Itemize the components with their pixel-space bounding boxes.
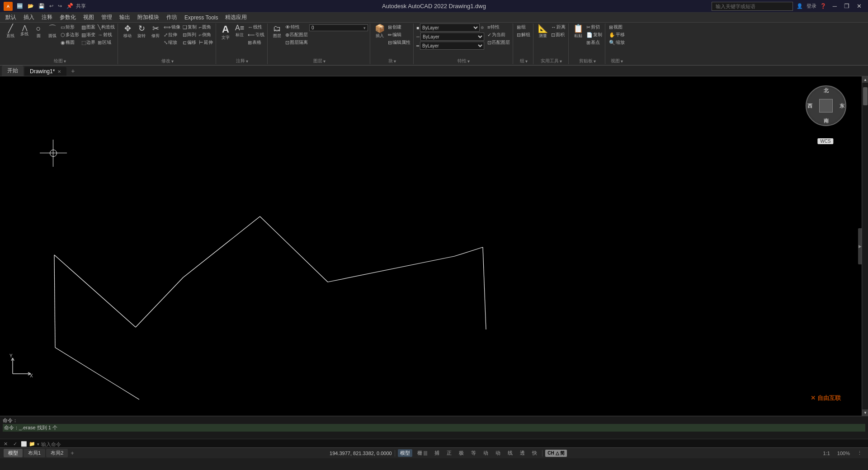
model-space-btn[interactable]: 模型 — [398, 449, 412, 457]
tool-arc[interactable]: ⌒ 圆弧 — [46, 24, 59, 46]
tool-cut[interactable]: ✂ 剪切 — [585, 24, 603, 31]
search-input[interactable] — [712, 2, 793, 11]
tool-array[interactable]: ⊟ 阵列 — [182, 31, 198, 38]
tool-create-block[interactable]: ⊞ 创建 — [387, 24, 411, 31]
tool-xline[interactable]: ╲ 构造线 — [97, 24, 116, 31]
tool-layer-match[interactable]: ⊕ 匹配图层 — [284, 31, 309, 38]
isnap-btn[interactable]: 等 — [469, 449, 478, 457]
tool-scale[interactable]: ⤡ 缩放 — [163, 39, 181, 46]
tab-start[interactable]: 开始 — [2, 66, 24, 76]
tool-move[interactable]: ✥ 移动 — [121, 24, 134, 46]
tool-rect[interactable]: ▭ 矩形 — [60, 24, 80, 31]
layer-section-label[interactable]: 图层 ▾ — [270, 57, 368, 64]
modify-section-label[interactable]: 修改 ▾ — [121, 57, 214, 64]
menu-default[interactable]: 默认 — [2, 13, 20, 22]
share-btn[interactable]: 📌 共享 — [65, 2, 89, 10]
lineweight-select[interactable]: ByLayer — [420, 42, 484, 50]
tool-table[interactable]: ⊞ 表格 — [247, 39, 265, 46]
color-extra[interactable]: ⊕ — [481, 25, 484, 30]
tool-fillet[interactable]: ⌐ 圆角 — [198, 24, 214, 31]
tool-layer-iso[interactable]: ⊡ 图层隔离 — [284, 39, 309, 46]
tool-group[interactable]: ⊞ 组 — [516, 24, 531, 31]
ducs-btn[interactable]: 动 — [493, 449, 503, 457]
draw-section-label[interactable]: 绘图 ▾ — [4, 57, 116, 64]
insert-section-label[interactable]: 块 ▾ — [373, 57, 411, 64]
tool-polyline[interactable]: ⋀ 多线 — [18, 24, 31, 46]
utility-section-label[interactable]: 实用工具 ▾ — [536, 57, 566, 64]
tool-hatch[interactable]: ▨ 图案 — [80, 24, 96, 31]
side-expand-btn[interactable]: ▶ — [858, 228, 862, 264]
layout-model[interactable]: 模型 — [4, 449, 23, 457]
ortho-btn[interactable]: 正 — [444, 449, 454, 457]
menu-addins[interactable]: 附加模块 — [134, 13, 163, 22]
right-scrollbar[interactable]: ▲ ▼ — [862, 76, 868, 416]
tool-ungroup[interactable]: ⊟ 解组 — [516, 31, 531, 38]
layout-1[interactable]: 布局1 — [24, 449, 45, 457]
tool-matchprop2[interactable]: ⊡ 匹配图层 — [486, 39, 511, 46]
menu-view[interactable]: 视图 — [80, 13, 98, 22]
lweight-btn[interactable]: 线 — [505, 449, 515, 457]
menu-parametric[interactable]: 参数化 — [56, 13, 80, 22]
tool-mtext[interactable]: A≡ 标注 — [233, 24, 246, 46]
tool-stretch[interactable]: ⤢ 拉伸 — [163, 31, 181, 38]
custom-ui-btn[interactable]: ⋮ — [855, 450, 864, 456]
tool-line[interactable]: ╱ 直线 — [4, 24, 17, 46]
annotate-section-label[interactable]: 注释 ▾ — [219, 57, 265, 64]
qa-save[interactable]: 💾 — [37, 2, 46, 10]
tool-layer-manager[interactable]: 🗂 图层 — [270, 24, 284, 46]
tool-paste[interactable]: 📋 粘贴 — [571, 24, 585, 46]
tool-insert[interactable]: 📦 插入 — [373, 24, 387, 46]
tool-area[interactable]: ⊡ 面积 — [550, 31, 566, 38]
layer-dropdown[interactable]: 0 ▾ — [309, 24, 368, 31]
snap-btn[interactable]: 捕 — [432, 449, 442, 457]
tspace-btn[interactable]: 透 — [518, 449, 527, 457]
prop-section-label[interactable]: 特性 ▾ — [416, 57, 511, 64]
group-section-label[interactable]: 组 ▾ — [516, 57, 531, 64]
qa-new[interactable]: 🆕 — [15, 2, 24, 10]
tool-trim[interactable]: ✂ 修剪 — [149, 24, 162, 46]
linetype-select[interactable]: ByLayer — [420, 33, 484, 41]
annotation-scale[interactable]: 1:1 — [821, 450, 832, 456]
tool-matchprop[interactable]: ✓ 为当前 — [486, 31, 511, 38]
tool-dist[interactable]: ↔ 距离 — [550, 24, 566, 31]
scroll-up-btn[interactable]: ▲ — [862, 76, 868, 83]
tab-drawing1[interactable]: Drawing1* ✕ — [24, 67, 66, 76]
tool-zoom[interactable]: 🔍 缩放 — [608, 39, 626, 46]
tool-blockedit-attr[interactable]: ⊟ 编辑属性 — [387, 39, 411, 46]
grid-btn[interactable]: 栅 ||| — [415, 449, 430, 457]
layout-add-btn[interactable]: + — [69, 449, 76, 457]
close-btn[interactable]: ✕ — [854, 2, 864, 10]
tool-mirror[interactable]: ⟺ 镜像 — [163, 24, 181, 31]
tool-boundary[interactable]: ⬚ 边界 — [80, 39, 96, 46]
cmd-dropdown-icon[interactable]: ▾ — [37, 442, 39, 446]
cmd-close-btn[interactable]: ✕ — [2, 441, 9, 447]
user-icon[interactable]: 👤 — [797, 3, 803, 9]
tool-circle[interactable]: ○ 圆 — [32, 24, 45, 46]
tab-add-btn[interactable]: + — [67, 66, 78, 76]
tool-basepoint[interactable]: ⊞ 基点 — [585, 39, 603, 46]
command-input-field[interactable] — [41, 442, 866, 447]
tool-ray[interactable]: → 射线 — [97, 31, 116, 38]
tool-measure[interactable]: 📐 测量 — [536, 24, 550, 40]
tool-polygon[interactable]: ⬡ 多边形 — [60, 31, 80, 38]
scroll-down-btn[interactable]: ▼ — [862, 409, 868, 416]
tool-text[interactable]: A 文字 — [219, 24, 232, 46]
scroll-thumb[interactable] — [863, 87, 868, 105]
help-icon[interactable]: ❓ — [820, 3, 826, 9]
qa-redo[interactable]: ↪ — [57, 2, 63, 10]
color-select[interactable]: ByLayer — [420, 24, 480, 32]
tool-rotate[interactable]: ↻ 旋转 — [135, 24, 148, 46]
menu-workshop[interactable]: 作坊 — [163, 13, 181, 22]
polar-btn[interactable]: 极 — [457, 449, 466, 457]
tool-properties[interactable]: ≡ 特性 — [486, 24, 511, 31]
tool-layer-prop[interactable]: 👁 特性 — [284, 24, 309, 31]
cmd-folder-icon[interactable]: 📁 — [29, 441, 35, 447]
menu-output[interactable]: 输出 — [116, 13, 134, 22]
tab-drawing1-close[interactable]: ✕ — [57, 69, 61, 74]
tool-copy[interactable]: ❑ 复制 — [182, 24, 198, 31]
tool-viewport[interactable]: ⊞ 视图 — [608, 24, 626, 31]
layout-2[interactable]: 布局2 — [46, 449, 68, 457]
tool-region[interactable]: ⊞ 区域 — [97, 39, 116, 46]
restore-btn[interactable]: ❐ — [841, 2, 852, 10]
view-section-label[interactable]: 视图 ▾ — [608, 57, 626, 64]
